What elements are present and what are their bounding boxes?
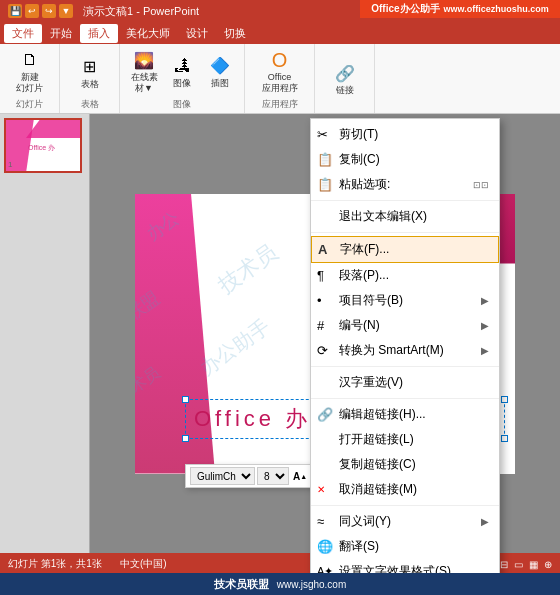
numbering-arrow: ▶ xyxy=(481,320,489,331)
ctx-exit-edit[interactable]: 退出文本编辑(X) xyxy=(311,204,499,229)
customize-icon[interactable]: ▼ xyxy=(59,4,73,18)
link-button[interactable]: 🔗 链接 xyxy=(327,59,363,98)
font-select[interactable]: GulimChe xyxy=(190,467,255,485)
menu-file[interactable]: 文件 xyxy=(4,24,42,43)
office-apps-label: Office应用程序 xyxy=(262,72,298,94)
ribbon-group-table: ⊞ 表格 表格 xyxy=(60,44,120,113)
office-apps-button[interactable]: O Office应用程序 xyxy=(258,46,302,96)
ribbon: 🗋 新建幻灯片 幻灯片 ⊞ 表格 表格 🌄 在线素材▼ 🏞 图像 xyxy=(0,44,560,114)
font-size-select[interactable]: 80 xyxy=(257,467,289,485)
synonyms-icon: ≈ xyxy=(317,514,324,529)
ctx-remove-hyperlink[interactable]: ✕ 取消超链接(M) xyxy=(311,477,499,502)
ctx-numbering-label: 编号(N) xyxy=(339,317,477,334)
ctx-paste-label: 粘贴选项: xyxy=(339,176,465,193)
translate-icon: 🌐 xyxy=(317,539,333,554)
resize-handle-br[interactable] xyxy=(501,435,508,442)
slide-thumbnail-1[interactable]: Office 办 1 xyxy=(4,118,82,173)
ribbon-btns-link: 🔗 链接 xyxy=(327,48,363,109)
view-grid[interactable]: ▦ xyxy=(529,559,538,570)
redo-icon[interactable]: ↪ xyxy=(42,4,56,18)
ctx-synonyms[interactable]: ≈ 同义词(Y) ▶ xyxy=(311,509,499,534)
ctx-bullets[interactable]: • 项目符号(B) ▶ xyxy=(311,288,499,313)
font-icon: A xyxy=(318,242,327,257)
menu-insert[interactable]: 插入 xyxy=(80,24,118,43)
view-slide[interactable]: ▭ xyxy=(514,559,523,570)
link-icon: 🔗 xyxy=(333,61,357,85)
ctx-cut[interactable]: ✂ 剪切(T) xyxy=(311,122,499,147)
slide-info: 幻灯片 第1张，共1张 xyxy=(8,557,102,571)
ctx-edit-hyperlink-label: 编辑超链接(H)... xyxy=(339,406,489,423)
office-helper-banner[interactable]: Office办公助手 www.officezhuoshu.com xyxy=(360,0,560,18)
ribbon-group-slides: 🗋 新建幻灯片 幻灯片 xyxy=(0,44,60,113)
office-apps-icon: O xyxy=(268,48,292,72)
ctx-paste-options[interactable]: 📋 粘贴选项: ⊡⊡ xyxy=(311,172,499,197)
ctx-convert-smartart[interactable]: ⟳ 转换为 SmartArt(M) ▶ xyxy=(311,338,499,363)
context-section-format: A 字体(F)... ¶ 段落(P)... • 项目符号(B) ▶ # 编号(N… xyxy=(311,233,499,367)
font-grow-button[interactable]: A▲ xyxy=(291,467,309,485)
bottom-watermark: 技术员联盟 www.jsgho.com xyxy=(0,573,560,595)
view-normal[interactable]: ⊟ xyxy=(500,559,508,570)
table-button[interactable]: ⊞ 表格 xyxy=(72,53,108,92)
menu-home[interactable]: 开始 xyxy=(42,24,80,43)
resize-handle-bl[interactable] xyxy=(182,435,189,442)
group-label-table: 表格 xyxy=(81,98,99,111)
app-icons: 💾 ↩ ↪ ▼ xyxy=(8,4,73,18)
bullets-arrow: ▶ xyxy=(481,295,489,306)
ctx-paragraph-label: 段落(P)... xyxy=(339,267,489,284)
menu-bar: 文件 开始 插入 美化大师 设计 切换 xyxy=(0,22,560,44)
ctx-open-hyperlink-label: 打开超链接(L) xyxy=(339,431,489,448)
bottom-url: www.jsgho.com xyxy=(277,579,346,590)
ctx-translate[interactable]: 🌐 翻译(S) xyxy=(311,534,499,559)
svg-text:Office 办: Office 办 xyxy=(28,144,55,151)
table-icon: ⊞ xyxy=(78,55,102,79)
resize-handle-tr[interactable] xyxy=(501,396,508,403)
context-section-clipboard: ✂ 剪切(T) 📋 复制(C) 📋 粘贴选项: ⊡⊡ xyxy=(311,119,499,201)
ctx-copy-hyperlink-label: 复制超链接(C) xyxy=(339,456,489,473)
smartart-icon: ⟳ xyxy=(317,343,328,358)
watermark-4: 办公助手 xyxy=(194,313,275,381)
online-assets-label: 在线素材▼ xyxy=(131,72,158,94)
ctx-copy[interactable]: 📋 复制(C) xyxy=(311,147,499,172)
ctx-copy-hyperlink[interactable]: 复制超链接(C) xyxy=(311,452,499,477)
slides-panel: Office 办 1 xyxy=(0,114,90,553)
ctx-paragraph[interactable]: ¶ 段落(P)... xyxy=(311,263,499,288)
watermark-2: 技术员 xyxy=(212,237,283,299)
ctx-numbering[interactable]: # 编号(N) ▶ xyxy=(311,313,499,338)
menu-beautify[interactable]: 美化大师 xyxy=(118,24,178,43)
bottom-brand: 技术员联盟 xyxy=(214,577,269,592)
context-menu: ✂ 剪切(T) 📋 复制(C) 📋 粘贴选项: ⊡⊡ 退出文本编辑(X) A 字… xyxy=(310,118,500,595)
ribbon-group-link: 🔗 链接 xyxy=(315,44,375,113)
image-button[interactable]: 🏞 图像 xyxy=(164,52,200,91)
ribbon-btns-images: 🌄 在线素材▼ 🏞 图像 🔷 插图 xyxy=(126,46,238,96)
ribbon-btns-table: ⊞ 表格 xyxy=(72,48,108,96)
ribbon-group-images: 🌄 在线素材▼ 🏞 图像 🔷 插图 图像 xyxy=(120,44,245,113)
ctx-bullets-label: 项目符号(B) xyxy=(339,292,477,309)
ctx-copy-label: 复制(C) xyxy=(339,151,489,168)
menu-transition[interactable]: 切换 xyxy=(216,24,254,43)
ctx-open-hyperlink[interactable]: 打开超链接(L) xyxy=(311,427,499,452)
ribbon-group-officeapps: O Office应用程序 应用程序 xyxy=(245,44,315,113)
fit-slide[interactable]: ⊕ xyxy=(544,559,552,570)
numbering-icon: # xyxy=(317,318,324,333)
new-slide-button[interactable]: 🗋 新建幻灯片 xyxy=(12,46,48,96)
ctx-hanzi-label: 汉字重选(V) xyxy=(339,374,489,391)
ctx-synonyms-label: 同义词(Y) xyxy=(339,513,477,530)
menu-design[interactable]: 设计 xyxy=(178,24,216,43)
ribbon-btns-officeapps: O Office应用程序 xyxy=(258,46,302,96)
ctx-hanzi[interactable]: 汉字重选(V) xyxy=(311,370,499,395)
title-text: 演示文稿1 - PowerPoint xyxy=(83,4,199,19)
ctx-exit-label: 退出文本编辑(X) xyxy=(339,208,489,225)
link-label: 链接 xyxy=(336,85,354,96)
online-assets-button[interactable]: 🌄 在线素材▼ xyxy=(126,46,162,96)
new-slide-label: 新建幻灯片 xyxy=(16,72,43,94)
save-icon[interactable]: 💾 xyxy=(8,4,22,18)
ctx-font[interactable]: A 字体(F)... xyxy=(311,236,499,263)
remove-hyperlink-icon: ✕ xyxy=(317,484,325,495)
ctx-remove-hyperlink-label: 取消超链接(M) xyxy=(339,481,489,498)
resize-handle-tl[interactable] xyxy=(182,396,189,403)
shapes-button[interactable]: 🔷 插图 xyxy=(202,52,238,91)
ctx-smartart-label: 转换为 SmartArt(M) xyxy=(339,342,477,359)
undo-icon[interactable]: ↩ xyxy=(25,4,39,18)
group-label-slides: 幻灯片 xyxy=(16,98,43,111)
ctx-edit-hyperlink[interactable]: 🔗 编辑超链接(H)... xyxy=(311,402,499,427)
